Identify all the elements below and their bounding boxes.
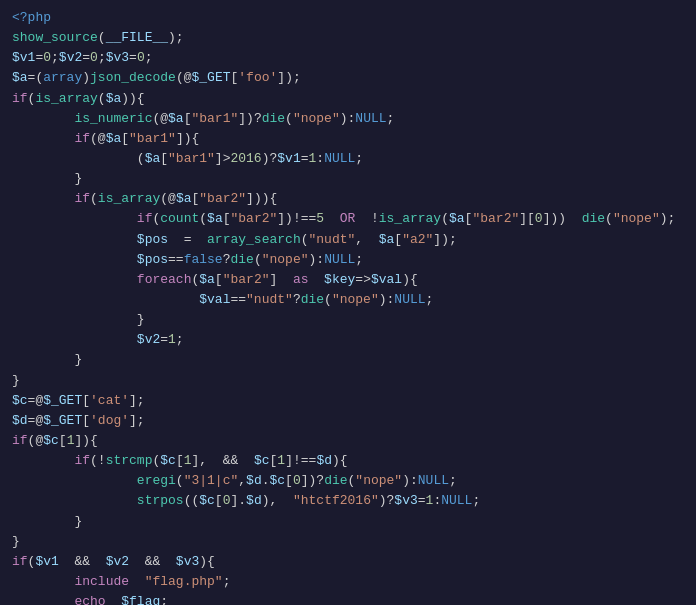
line-28: if($v1 && $v2 && $v3){ — [12, 552, 684, 572]
line-12: $pos = array_search("nudt", $a["a2"]); — [12, 230, 684, 250]
line-1: <?php — [12, 8, 684, 28]
line-10: if(is_array(@$a["bar2"])){ — [12, 189, 684, 209]
line-24: eregi("3|1|c",$d.$c[0])?die("nope"):NULL… — [12, 471, 684, 491]
code-content: <?php show_source(__FILE__); $v1=0;$v2=0… — [12, 8, 684, 605]
line-23: if(!strcmp($c[1], && $c[1]!==$d){ — [12, 451, 684, 471]
line-26: } — [12, 512, 684, 532]
code-container: <?php show_source(__FILE__); $v1=0;$v2=0… — [0, 0, 696, 605]
line-29: include "flag.php"; — [12, 572, 684, 592]
line-22: if(@$c[1]){ — [12, 431, 684, 451]
line-30: echo $flag; — [12, 592, 684, 605]
line-13: $pos==false?die("nope"):NULL; — [12, 250, 684, 270]
line-18: } — [12, 350, 684, 370]
line-4: $a=(array)json_decode(@$_GET['foo']); — [12, 68, 684, 88]
line-2: show_source(__FILE__); — [12, 28, 684, 48]
line-17: $v2=1; — [12, 330, 684, 350]
line-27: } — [12, 532, 684, 552]
line-20: $c=@$_GET['cat']; — [12, 391, 684, 411]
line-14: foreach($a["bar2"] as $key=>$val){ — [12, 270, 684, 290]
line-25: strpos(($c[0].$d), "htctf2016")?$v3=1:NU… — [12, 491, 684, 511]
line-3: $v1=0;$v2=0;$v3=0; — [12, 48, 684, 68]
line-8: ($a["bar1"]>2016)?$v1=1:NULL; — [12, 149, 684, 169]
line-6: is_numeric(@$a["bar1"])?die("nope"):NULL… — [12, 109, 684, 129]
line-7: if(@$a["bar1"]){ — [12, 129, 684, 149]
line-16: } — [12, 310, 684, 330]
line-5: if(is_array($a)){ — [12, 89, 684, 109]
line-15: $val=="nudt"?die("nope"):NULL; — [12, 290, 684, 310]
line-19: } — [12, 371, 684, 391]
line-11: if(count($a["bar2"])!==5 OR !is_array($a… — [12, 209, 684, 229]
line-9: } — [12, 169, 684, 189]
line-21: $d=@$_GET['dog']; — [12, 411, 684, 431]
